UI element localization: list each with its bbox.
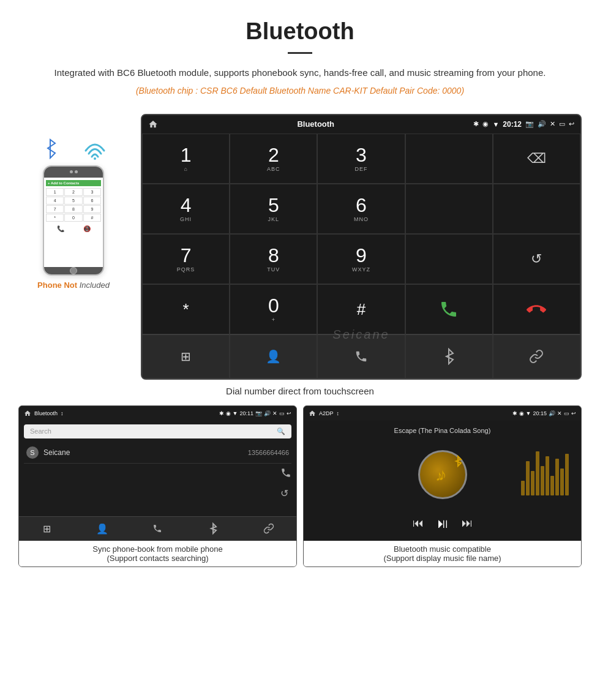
window-icon: ▭ [559,120,565,128]
dialpad-backspace-btn[interactable]: ⌫ [493,134,580,184]
phonebook-bottom-nav: ⊞ 👤 [19,516,296,541]
search-placeholder: Search [30,427,51,435]
phonebook-nav-contacts[interactable]: 👤 [75,523,130,535]
phonebook-nav-bt-icon [209,522,217,535]
call-green-icon [439,299,459,319]
status-bar-right: ✱ ◉ ▼ 20:12 📷 🔊 ✕ ▭ ↩ [473,120,574,129]
music-controls: ⏮ ⏯ ⏭ [310,510,575,535]
eq-bar-9 [560,469,564,495]
android-screen-large: Bluetooth ✱ ◉ ▼ 20:12 📷 🔊 ✕ ▭ ↩ 1 ⌂ 2 [141,114,582,380]
music-song-title: Escape (The Pina Colada Song) [394,427,491,434]
dialpad-bottom-link[interactable] [493,334,580,378]
phonebook-status-left: Bluetooth ↕ [24,410,64,417]
dialpad-hangup-btn[interactable] [493,284,580,334]
eq-bar-1 [521,481,525,495]
dialpad-key-5[interactable]: 5 JKL [230,184,317,234]
phone-included-text: Included [80,280,110,290]
eq-bar-6 [546,456,549,495]
phonebook-panel: Bluetooth ↕ ✱ ◉ ▼ 20:11 📷 🔊 ✕ ▭ ↩ [18,405,297,567]
music-visual-area: ♪ [310,440,575,510]
back-icon: ↩ [569,120,574,128]
music-panel: A2DP ↕ ✱ ◉ ▼ 20:15 🔊 ✕ ▭ ↩ Escape (The P… [303,405,582,567]
dialpad-key-hash[interactable]: # [317,284,405,334]
dialpad-bottom-contacts[interactable]: 👤 [230,334,317,378]
eq-bar-5 [541,466,544,495]
phonebook-caption: Sync phone-book from mobile phone (Suppo… [19,541,296,566]
phone-home-button [70,267,77,274]
status-bar-left [148,119,158,129]
phone-container: + Add to Contacts 1 2 3 4 5 6 7 8 9 * 0 … [37,132,110,276]
phonebook-call-icon[interactable] [280,467,291,478]
music-next-btn[interactable]: ⏭ [462,517,473,530]
eq-bar-2 [526,461,530,495]
phone-screen-header: + Add to Contacts [46,180,101,186]
dialpad-key-2[interactable]: 2 ABC [230,134,317,184]
phonebook-status-bar: Bluetooth ↕ ✱ ◉ ▼ 20:11 📷 🔊 ✕ ▭ ↩ [19,406,296,421]
camera-icon: 📷 [525,120,534,128]
link-icon [529,349,544,364]
dialpad-key-0[interactable]: 0 + [230,284,317,334]
eq-bar-3 [531,471,534,495]
status-bar-title: Bluetooth [297,119,334,129]
music-note-icon: ♪ [430,462,455,487]
dialpad-key-4[interactable]: 4 GHI [142,184,230,234]
dialpad-empty-r2c4 [405,184,493,234]
music-bt-badge [454,455,462,467]
phonebook-nav-apps[interactable]: ⊞ [19,523,75,535]
watermark: Seicane [332,328,389,342]
phone-not-text: Phone Not [37,280,77,290]
phonebook-nav-phone[interactable] [130,524,186,533]
phonebook-screen: Bluetooth ↕ ✱ ◉ ▼ 20:11 📷 🔊 ✕ ▭ ↩ [19,406,296,541]
eq-bar-8 [555,459,559,495]
bluetooth-bottom-icon [443,348,455,365]
close-icon: ✕ [550,120,555,128]
header-divider [288,52,312,54]
dialpad-call-btn[interactable] [405,284,493,334]
phonebook-nav-phone-icon [152,524,162,533]
phonebook-nav-link-icon [263,523,274,534]
music-caption: Bluetooth music compatible (Support disp… [304,541,581,566]
dialpad-key-8[interactable]: 8 TUV [230,234,317,284]
music-album-art: ♪ [418,450,467,499]
header-section: Bluetooth Integrated with BC6 Bluetooth … [0,0,600,108]
dialpad-bottom-apps[interactable]: ⊞ [142,334,230,378]
status-bar-large: Bluetooth ✱ ◉ ▼ 20:12 📷 🔊 ✕ ▭ ↩ [142,115,580,134]
eq-bar-7 [550,476,554,495]
wifi-signal-icon [80,132,110,163]
dialpad-bottom-bluetooth[interactable] [405,334,493,378]
phonebook-nav-link[interactable] [241,523,296,534]
dialpad-display-empty [405,134,493,184]
bt-icon: ✱ [473,120,479,128]
main-caption: Dial number direct from touchscreen [0,380,600,405]
contact-row-seicane[interactable]: S Seicane 13566664466 [24,442,291,464]
dialpad-key-9[interactable]: 9 WXYZ [317,234,405,284]
bottom-panels: Bluetooth ↕ ✱ ◉ ▼ 20:11 📷 🔊 ✕ ▭ ↩ [0,405,600,579]
music-prev-btn[interactable]: ⏮ [413,517,424,530]
phonebook-home-icon [24,410,31,417]
contact-name: Seicane [43,448,248,457]
phone-bottom-icon [354,350,368,363]
phone-not-included-label: Phone Not Included [37,280,110,290]
phonebook-refresh-icon[interactable]: ↺ [280,487,291,499]
phone-hangup-icon: 📵 [83,225,91,232]
main-content-area: + Add to Contacts 1 2 3 4 5 6 7 8 9 * 0 … [0,108,600,380]
signal-icon: ▼ [492,121,499,128]
phonebook-nav-bt[interactable] [186,522,241,535]
contact-avatar-s: S [26,446,39,459]
dialpad-key-3[interactable]: 3 DEF [317,134,405,184]
dialpad-key-7[interactable]: 7 PQRS [142,234,230,284]
dialpad-redial-btn[interactable]: ↺ [493,234,580,284]
volume-icon: 🔊 [538,120,546,128]
dialpad-key-6[interactable]: 6 MNO [317,184,405,234]
dialpad-key-1[interactable]: 1 ⌂ [142,134,230,184]
time-display: 20:12 [503,120,522,129]
phonebook-search-bar[interactable]: Search 🔍 [24,424,291,438]
hangup-red-icon [527,299,546,319]
dialpad-key-star[interactable]: * [142,284,230,334]
music-play-btn[interactable]: ⏯ [436,516,449,532]
header-description: Integrated with BC6 Bluetooth module, su… [37,65,563,81]
bluetooth-icon [43,138,58,159]
music-status-left: A2DP ↕ [309,410,339,417]
phone-screen: + Add to Contacts 1 2 3 4 5 6 7 8 9 * 0 … [44,178,103,267]
dialpad-empty-r2c5 [493,184,580,234]
